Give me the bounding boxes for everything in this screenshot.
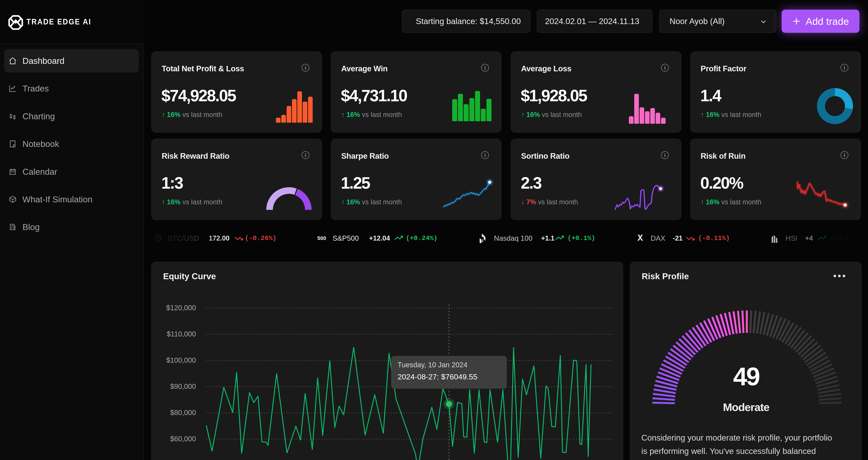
svg-text:B: B: [156, 235, 160, 241]
